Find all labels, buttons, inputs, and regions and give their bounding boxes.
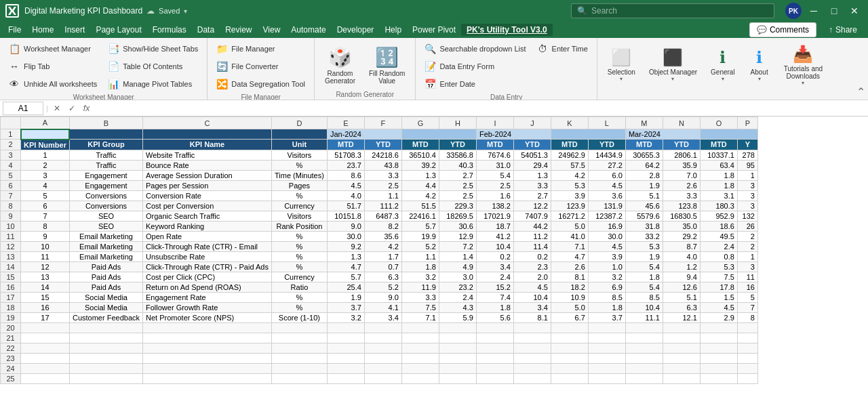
menu-review[interactable]: Review [220,24,257,36]
col-header-f[interactable]: F [364,117,401,129]
col-header-m[interactable]: M [625,117,663,129]
close-button[interactable]: ✕ [846,4,863,18]
cell-h2[interactable]: YTD [439,140,476,150]
confirm-input-button[interactable]: ✓ [66,104,78,113]
ribbon-btn-show-hide-tabs[interactable]: 📑 Show/Hide Sheet Tabs [103,41,203,57]
cell-i2[interactable]: MTD [476,140,513,150]
ribbon-btn-about[interactable]: ℹ About ▾ [743,41,776,89]
row-header-1[interactable]: 1 [1,129,21,140]
cell-reference-input[interactable] [3,102,43,115]
menu-formulas[interactable]: Formulas [147,24,192,36]
cell-e2[interactable]: MTD [327,140,364,150]
ribbon-btn-enter-time[interactable]: ⏱ Enter Time [532,41,593,57]
cell-c2[interactable]: KPI Name [143,140,272,150]
cell-o1[interactable] [700,129,757,140]
comments-button[interactable]: 💬 Comments [749,22,816,37]
ribbon-btn-selection[interactable]: ⬜ Selection ▾ [601,41,642,89]
menu-view[interactable]: View [258,24,286,36]
cell-b1[interactable] [69,129,142,140]
table-row: 22 [1,343,758,353]
menu-help[interactable]: Help [379,24,407,36]
ribbon-btn-table-contents[interactable]: 📄 Table Of Contents [103,58,203,75]
menu-power-pivot[interactable]: Power Pivot [407,24,461,36]
col-header-j[interactable]: J [513,117,551,129]
cell-g1[interactable] [401,129,476,140]
col-header-e[interactable]: E [327,117,364,129]
share-button[interactable]: ↑ Share [822,23,864,37]
cell-n2[interactable]: YTD [663,140,700,150]
col-header-d[interactable]: D [271,117,327,129]
ribbon-btn-flip-tab[interactable]: ↔ Flip Tab [4,58,102,75]
menu-insert[interactable]: Insert [59,24,90,36]
ribbon-btn-data-entry-form[interactable]: 📝 Data Entry Form [420,58,530,75]
col-header-g[interactable]: G [401,117,439,129]
app-icon [5,4,19,18]
col-header-b[interactable]: B [69,117,142,129]
col-header-c[interactable]: C [143,117,272,129]
ribbon-group-file-manager: 📁 File Manager 🔄 File Converter 🔀 Data S… [208,38,315,100]
ribbon-btn-tutorials[interactable]: 📥 Tutorials andDownloads ▾ [778,41,829,89]
cell-k2[interactable]: MTD [551,140,588,150]
formula-input[interactable] [95,104,865,113]
maximize-button[interactable]: □ [826,4,842,18]
ribbon-btn-fill-random[interactable]: 🔢 Fill RandomValue [363,41,411,89]
cell-l2[interactable]: YTD [588,140,625,150]
ribbon-collapse-icon[interactable]: ⌃ [856,85,865,98]
cell-m1[interactable]: Mar-2024 [625,129,700,140]
col-header-a[interactable]: A [21,117,70,129]
cell-b2[interactable]: KPI Group [69,140,142,150]
cell-g2[interactable]: MTD [401,140,439,150]
ribbon-btn-object-manager[interactable]: ⬛ Object Manager ▾ [643,41,703,89]
cell-j2[interactable]: YTD [513,140,551,150]
table-row: 17 15Social MediaEngagement Rate% 1.99.0… [1,292,758,302]
cell-a2[interactable]: KPI Number [21,140,70,150]
menu-home[interactable]: Home [26,24,59,36]
menu-page-layout[interactable]: Page Layout [90,24,146,36]
cell-o2[interactable]: MTD [700,140,737,150]
ribbon-btn-searchable-dropdown[interactable]: 🔍 Searchable dropdown List [420,41,530,57]
cell-d1[interactable] [271,129,327,140]
ribbon-btn-file-manager[interactable]: 📁 File Manager [212,41,310,57]
col-header-o[interactable]: O [700,117,737,129]
file-converter-icon: 🔄 [216,61,227,72]
ribbon-items-random: 🎲 RandomGenerator 🔢 Fill RandomValue [319,41,411,89]
menu-developer[interactable]: Developer [332,24,380,36]
ribbon-btn-general[interactable]: ℹ General ▾ [705,41,741,89]
ribbon-btn-worksheet-manager[interactable]: 📋 Worksheet Manager [4,41,102,57]
ribbon-btn-enter-date[interactable]: 📅 Enter Date [420,76,530,92]
ribbon-btn-file-converter[interactable]: 🔄 File Converter [212,58,310,75]
col-header-p[interactable]: P [737,117,757,129]
ribbon-btn-random-generator[interactable]: 🎲 RandomGenerator [319,41,361,89]
col-header-i[interactable]: I [476,117,513,129]
menu-data[interactable]: Data [192,24,220,36]
minimize-button[interactable]: ─ [806,4,822,18]
cancel-input-button[interactable]: ✕ [51,104,63,113]
fill-random-icon: 🔢 [375,46,399,68]
col-header-l[interactable]: L [588,117,625,129]
table-row: 18 16Social MediaFollower Growth Rate% 3… [1,302,758,312]
table-row: 16 14Paid AdsReturn on Ad Spend (ROAS)Ra… [1,282,758,292]
cell-f2[interactable]: YTD [364,140,401,150]
col-header-h[interactable]: H [439,117,476,129]
menu-automate[interactable]: Automate [285,24,331,36]
ribbon-btn-data-segregation[interactable]: 🔀 Data Segregation Tool [212,76,310,92]
ribbon-group-worksheet-manager: 📋 Worksheet Manager ↔ Flip Tab 👁 Unhide … [0,38,208,100]
col-header-n[interactable]: N [663,117,700,129]
sheet-container[interactable]: A B C D E F G H I J K L M N O P 1 [0,117,868,420]
profile-avatar[interactable]: PK [785,3,802,19]
search-box[interactable]: 🔍 Search [571,3,774,18]
cell-c1[interactable] [143,129,272,140]
cell-m2[interactable]: MTD [625,140,663,150]
ribbon-btn-unhide-worksheets[interactable]: 👁 Unhide All worksheets [4,76,102,92]
menu-file[interactable]: File [3,24,26,36]
cell-d2[interactable]: Unit [271,140,327,150]
cell-p2[interactable]: Y [737,140,757,150]
col-header-k[interactable]: K [551,117,588,129]
cell-a1[interactable] [21,129,70,140]
cell-i1[interactable]: Feb-2024 [476,129,551,140]
cell-k1[interactable] [551,129,625,140]
ribbon-btn-manage-pivot[interactable]: 📊 Manage Pivot Tables [103,76,203,92]
menu-pk-utility[interactable]: PK's Utility Tool V3.0 [461,24,553,36]
cell-e1[interactable]: Jan-2024 [327,129,401,140]
row-header-2[interactable]: 2 [1,140,21,150]
